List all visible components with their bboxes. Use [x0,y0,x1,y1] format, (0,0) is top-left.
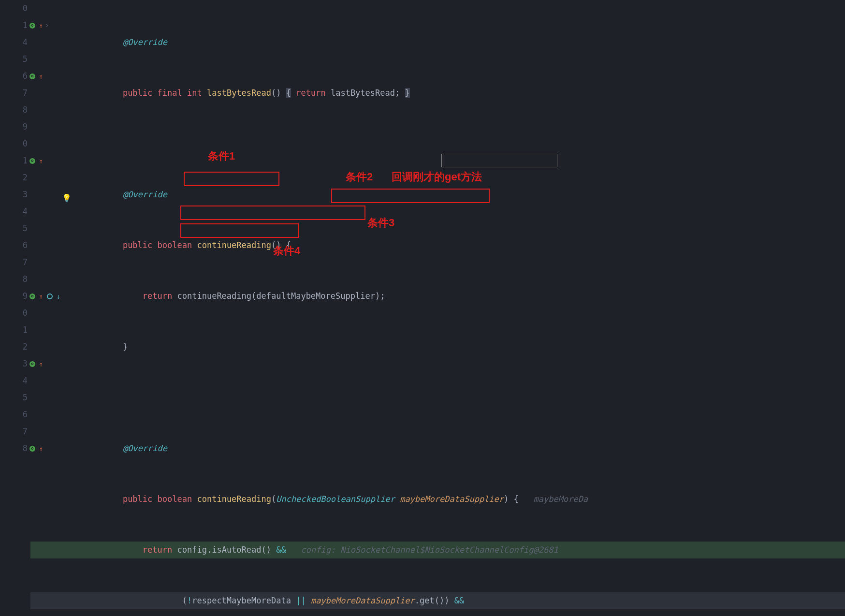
code-line[interactable]: @Override [77,440,845,457]
inline-hint: ChannelConfig@2681 [469,545,558,555]
operator: && [276,545,286,555]
keyword: final [158,88,182,98]
line-number: 2 [23,342,36,352]
identifier: maybeMoreDataSupplier [311,596,415,605]
type: boolean [158,240,192,250]
inline-hint: config: [301,545,335,555]
line-number: 8 [23,274,36,284]
lightbulb-icon[interactable]: 💡 [62,190,72,206]
keyword: return [143,291,172,301]
line-number-gutter: 0 1o↑ 4 5 6o↑ 7 8 9 0 1o↑ 2 3 4 5 6 7 8 … [0,0,41,616]
override-marker-icon[interactable]: o [29,361,35,367]
param-type: UncheckedBooleanSupplier [276,494,395,504]
code-line[interactable]: public boolean continueReading() { [77,237,845,254]
code-line[interactable]: public boolean continueReading(Unchecked… [77,491,845,508]
condition-2-label: 条件2 [346,172,373,182]
line-number: 9 [23,122,36,132]
method-call: get [420,596,435,605]
highlight-box-param [441,154,557,167]
identifier: lastBytesRead [331,88,395,98]
override-marker-icon[interactable]: o [29,73,35,79]
line-number: 4 [23,376,36,385]
line-number: 0 [23,139,36,148]
line-number: 6 [23,240,36,250]
condition-2-suffix-label: 回调刚才的get方法 [392,172,482,182]
line-number: 4 [23,37,36,47]
code-editor[interactable]: 0 1o↑ 4 5 6o↑ 7 8 9 0 1o↑ 2 3 4 5 6 7 8 … [0,0,845,616]
keyword: public [123,88,152,98]
operator: && [454,596,464,605]
method-name: continueReading [197,240,271,250]
code-line[interactable]: return continueReading(defaultMaybeMoreS… [77,288,845,305]
type: int [187,88,202,98]
identifier: defaultMaybeMoreSupplier [256,291,375,301]
keyword: return [296,88,325,98]
operator: ! [187,596,192,605]
line-number: 5 [23,54,36,64]
inline-hint: maybeMoreDa [534,494,588,504]
highlight-box-3 [180,205,365,220]
line-number: 0 [23,3,36,13]
code-line[interactable]: @Override [77,186,845,203]
method-name: lastBytesRead [207,88,271,98]
annotation: @Override [123,443,167,453]
condition-3-label: 条件3 [367,218,394,228]
method-call: continueReading [177,291,252,301]
keyword: return [143,545,172,555]
inline-hint: NioSocketChannel$NioSocket [335,545,469,555]
override-marker-icon[interactable]: o [29,446,35,452]
line-number: 5 [23,393,36,402]
keyword: public [123,240,152,250]
type: boolean [158,494,192,504]
line-number: 8 [23,105,36,115]
method-name: continueReading [197,494,271,504]
code-line[interactable]: public final int lastBytesRead() { retur… [77,85,845,102]
line-number: 7 [23,426,36,436]
annotation: @Override [123,190,167,199]
identifier: respectMaybeMoreData [192,596,291,605]
annotation: @Override [123,37,167,47]
line-number: 6 [23,410,36,419]
highlight-box-1 [184,172,279,186]
method-call: isAutoRead [212,545,261,555]
code-line-highlighted[interactable]: return config.isAutoRead() && config: Ni… [30,542,845,558]
line-number: 4 [23,206,36,216]
fold-gutter: › [41,0,58,616]
condition-1-label: 条件1 [208,151,235,161]
identifier: config [177,545,207,555]
override-marker-icon[interactable]: o [29,158,35,164]
code-content[interactable]: @Override public final int lastBytesRead… [77,0,845,616]
override-marker-icon[interactable]: o [29,293,35,299]
line-number: 0 [23,308,36,318]
code-line-current[interactable]: (!respectMaybeMoreData || maybeMoreDataS… [30,592,845,609]
intention-gutter: 💡 [58,0,77,616]
keyword: public [123,494,152,504]
line-number: 7 [23,257,36,267]
line-number: 3 [23,190,36,199]
operator: || [296,596,306,605]
line-number: 2 [23,173,36,182]
override-marker-icon[interactable]: o [29,23,35,29]
param-name: maybeMoreDataSupplier [400,494,504,504]
highlight-box-4 [180,223,299,238]
code-line[interactable]: } [77,338,845,355]
code-line[interactable]: @Override [77,34,845,51]
code-line[interactable] [77,389,845,406]
line-number: 7 [23,88,36,98]
chevron-right-icon[interactable]: › [45,17,49,34]
line-number: 5 [23,223,36,233]
code-line[interactable] [77,135,845,152]
line-number: 1 [23,325,36,335]
